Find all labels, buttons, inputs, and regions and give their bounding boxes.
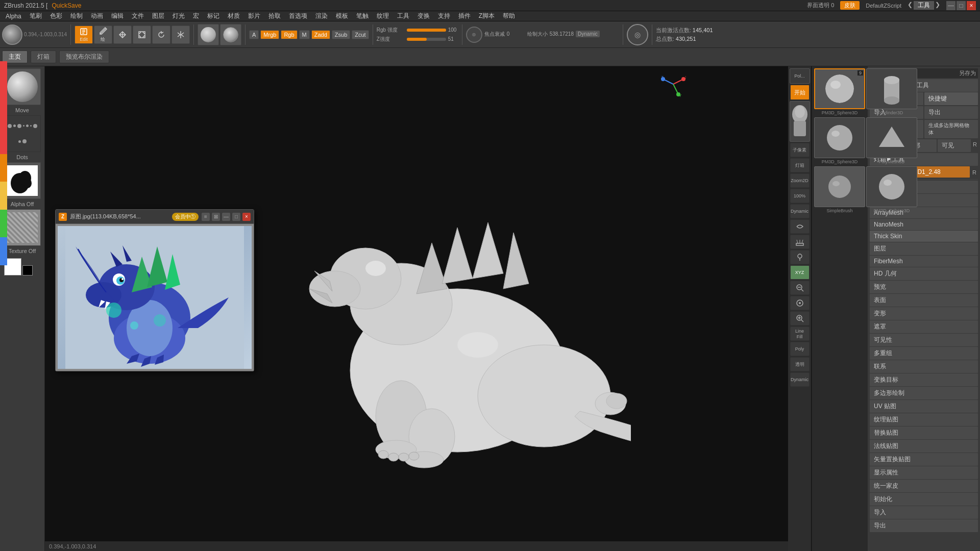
symmetry-btn[interactable] — [172, 26, 190, 44]
poly-btn2[interactable]: Poly — [790, 342, 810, 356]
sphere-mode-btn[interactable] — [198, 24, 219, 45]
maximize-btn[interactable]: □ — [957, 1, 966, 10]
m-btn[interactable]: M — [299, 30, 310, 39]
zoom2d-btn[interactable]: Zoom2D — [790, 173, 810, 188]
normal-map-btn[interactable]: 法线贴图 — [870, 440, 978, 453]
float-window[interactable]: Z 原图.jpg(113.04KB,658*54... 会员中① ≡ ⊠ — □… — [55, 209, 254, 371]
menu-movie[interactable]: 影片 — [244, 11, 264, 21]
nav-circle-btn[interactable]: ◎ — [627, 24, 648, 45]
morph-target-btn[interactable]: 变换目标 — [870, 373, 978, 386]
menu-transform[interactable]: 变换 — [414, 11, 433, 21]
tool-thumb-1[interactable]: 9 PM3D_Sphere3D — [814, 68, 865, 115]
close-btn[interactable]: × — [967, 1, 976, 10]
start-btn[interactable]: 开始 — [790, 85, 810, 100]
sub-pixel-btn[interactable]: 子像素 — [790, 143, 810, 157]
tool-thumb-5[interactable]: SimpleBrush — [814, 166, 865, 213]
dynamic-mini-btn[interactable]: Dynamic — [790, 204, 810, 218]
brush-preview[interactable] — [4, 68, 41, 105]
menu-animate[interactable]: 动画 — [87, 11, 107, 21]
zoom-out-btn[interactable] — [790, 281, 810, 295]
replace-texture-btn[interactable]: 替换贴图 — [870, 427, 978, 439]
layer-btn[interactable]: 图层 — [870, 242, 978, 255]
export-btn2[interactable]: 导出 — [870, 519, 978, 532]
mask-btn[interactable]: 遮罩 — [870, 320, 978, 333]
interface-transparency[interactable]: 界面透明 0 — [807, 2, 834, 9]
script-btn[interactable]: DefaultZScript — [866, 3, 901, 9]
menu-brush[interactable]: 笔刷 — [26, 11, 45, 21]
nav-sphere[interactable] — [2, 24, 22, 45]
contact-btn[interactable]: 联系 — [870, 360, 978, 373]
background-color[interactable] — [22, 265, 33, 276]
tool-thumb-2[interactable]: Cylinder3D — [866, 68, 917, 115]
export-btn[interactable]: 导出 — [924, 106, 978, 119]
alpha-thumb[interactable] — [4, 162, 41, 199]
generate-poly-btn[interactable]: 生成多边形网格物体 — [924, 120, 978, 138]
texture-map-btn[interactable]: 纹理贴图 — [870, 413, 978, 426]
win-maximize-btn[interactable]: □ — [232, 213, 240, 221]
flat-mode-btn[interactable] — [220, 24, 241, 45]
vector-disp-btn[interactable]: 矢量置换贴图 — [870, 453, 978, 466]
fibermesh-btn[interactable]: FiberMesh — [870, 256, 978, 267]
import-btn2[interactable]: 导入 — [870, 506, 978, 519]
float-window-titlebar[interactable]: Z 原图.jpg(113.04KB,658*54... 会员中① ≡ ⊠ — □… — [56, 210, 254, 224]
preview-btn[interactable]: 预览 — [870, 281, 978, 293]
menu-tool[interactable]: 工具 — [394, 11, 413, 21]
deform-btn[interactable] — [790, 219, 810, 234]
z-intensity-slider[interactable] — [407, 38, 446, 41]
minimize-btn[interactable]: — — [946, 1, 955, 10]
menu-marker[interactable]: 标记 — [204, 11, 223, 21]
a-btn[interactable]: A — [249, 30, 259, 39]
menu-layer[interactable]: 图层 — [149, 11, 168, 21]
canvas-area[interactable]: X Y Z Z 原图.jpg(113.04KB,658*54... 会员中① ≡… — [45, 66, 788, 551]
save-as-btn[interactable]: 另存为 — [959, 69, 976, 77]
tool-thumb-4[interactable]: PolyMesh3D — [866, 117, 917, 164]
win-minimize-btn[interactable]: — — [222, 213, 230, 221]
menu-template[interactable]: 模板 — [332, 11, 352, 21]
win-close-btn[interactable]: × — [242, 213, 251, 221]
nanomesh-btn[interactable]: NanoMesh — [870, 219, 978, 230]
menu-edit[interactable]: 编辑 — [108, 11, 127, 21]
skin-btn[interactable]: 皮肤 — [840, 1, 860, 10]
polygroup-btn[interactable]: 多重组 — [870, 347, 978, 360]
scale-btn[interactable] — [133, 26, 151, 44]
dynamic-btn2[interactable]: Dynamic — [790, 372, 810, 387]
display-prop-btn[interactable]: 显示属性 — [870, 466, 978, 479]
hd-geo-btn[interactable]: HD 几何 — [870, 267, 978, 280]
draw-btn[interactable]: 绘 — [94, 26, 112, 44]
100pct-btn[interactable]: 100% — [790, 189, 810, 203]
menu-stroke[interactable]: 笔触 — [353, 11, 372, 21]
tool-thumb-6[interactable]: PM3D_Sphere3D — [866, 166, 917, 213]
menu-plugin[interactable]: 插件 — [455, 11, 474, 21]
menu-pickup[interactable]: 拾取 — [265, 11, 284, 21]
pin-btn[interactable] — [790, 250, 810, 264]
unified-skin-btn[interactable]: 统一家皮 — [870, 480, 978, 492]
zadd-btn[interactable]: Zadd — [311, 30, 330, 39]
transparent-btn[interactable]: 透明 — [790, 357, 810, 371]
head-3d-preview[interactable] — [790, 101, 810, 142]
zoom-in-btn[interactable] — [790, 311, 810, 325]
win-tile-btn[interactable]: ⊠ — [212, 213, 220, 221]
menu-support[interactable]: 支持 — [434, 11, 454, 21]
line-fill-btn[interactable]: Line Fill — [790, 327, 810, 341]
lightbox-mini-btn[interactable]: 灯箱 — [790, 158, 810, 172]
rgb-intensity-slider[interactable] — [407, 29, 446, 32]
menu-render[interactable]: 渲染 — [312, 11, 331, 21]
menu-light[interactable]: 灯光 — [169, 11, 188, 21]
surface-btn[interactable]: 表面 — [870, 294, 978, 307]
uv-map-btn[interactable]: UV 贴图 — [870, 400, 978, 413]
menu-texture[interactable]: 纹理 — [373, 11, 393, 21]
menu-alpha[interactable]: Alpha — [2, 12, 25, 21]
mrgb-btn[interactable]: Mrgb — [260, 30, 279, 39]
deform-btn2[interactable]: 变形 — [870, 307, 978, 320]
nav-wheel[interactable]: ◎ — [466, 27, 482, 43]
menu-material[interactable]: 材质 — [224, 11, 243, 21]
polypaint-btn[interactable]: 多边形绘制 — [870, 387, 978, 399]
win-menu-btn[interactable]: ≡ — [202, 213, 210, 221]
tab-lightbox[interactable]: 灯箱 — [31, 51, 56, 63]
tab-preview-render[interactable]: 预览布尔渲染 — [59, 51, 109, 63]
xyz-btn[interactable]: XYZ — [790, 265, 810, 280]
menu-preferences[interactable]: 首选项 — [285, 11, 311, 21]
menu-zscript[interactable]: Z脚本 — [475, 11, 498, 21]
visibility-btn[interactable]: 可见性 — [870, 334, 978, 346]
rotate-btn[interactable] — [152, 26, 170, 44]
